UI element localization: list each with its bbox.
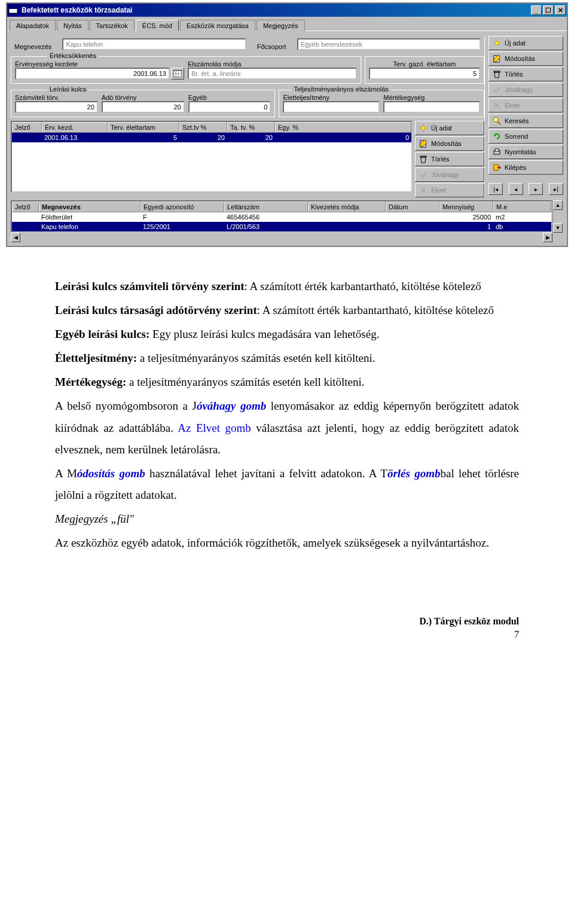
app-window: Befektetett eszközök törzsadatai _ ☐ ✕ A… (6, 2, 568, 247)
elszamolas-label: Elszámolás módja (188, 60, 357, 68)
focsoport-field: Egyéb berendezések (297, 38, 481, 50)
terv-field[interactable]: 5 (369, 68, 480, 80)
p1-bold: Leírási kulcs számviteli törvény szerint (55, 280, 245, 292)
nav-first-button[interactable]: |◂ (488, 183, 503, 195)
svg-rect-19 (495, 149, 499, 151)
mertek-field[interactable] (383, 101, 480, 113)
window-title: Befektetett eszközök törzsadatai (22, 6, 132, 14)
scroll-up-icon[interactable]: ▲ (553, 200, 563, 210)
minimize-button[interactable]: _ (531, 5, 542, 15)
edit-icon (493, 54, 501, 63)
footer-text: D.) Tárgyi eszköz modul (419, 616, 519, 627)
grid2-col-leltar: Leltárszám (224, 202, 308, 212)
search-icon (493, 117, 501, 125)
inner-grid-col-egy: Egy. % (275, 122, 411, 133)
kereses-button[interactable]: Keresés (488, 114, 563, 128)
tab-tartozekok[interactable]: Tartozékok (90, 20, 135, 31)
tab-bar: Alapadatok Nyitás Tartozékok ÉCS. mód Es… (7, 17, 567, 31)
ado-field[interactable]: 20 (102, 101, 185, 113)
nyomtatas-button[interactable]: Nyomtatás (488, 145, 563, 159)
scroll-down-icon[interactable]: ▼ (553, 223, 563, 233)
maximize-button[interactable]: ☐ (543, 5, 554, 15)
ado-label: Adó törvény (102, 94, 185, 101)
ertekcsokkenes-group-title: Értékcsökkenés (47, 52, 99, 59)
inner-torles-button[interactable]: Törlés (415, 152, 484, 166)
grid2-col-kivezetes: Kivezetés módja (308, 202, 386, 212)
inner-grid-col-ta: Ta. tv. % (227, 122, 275, 133)
p5-bold: Mértékegység: (55, 376, 126, 388)
egyeb-field[interactable]: 0 (188, 101, 271, 113)
svg-rect-12 (420, 156, 426, 157)
p4-bold: Életteljesítmény: (55, 352, 137, 364)
tab-panel: Megnevezés Kapu telefon Főcsoport Egyéb … (7, 31, 567, 246)
cancel-icon (493, 101, 501, 109)
nav-prev-button[interactable]: ◂ (509, 183, 523, 195)
record-nav: |◂ ◂ ▸ ▸| (488, 182, 563, 196)
ervenyesseg-field[interactable]: 2001.06.13 (15, 68, 170, 80)
grid2-col-mennyiseg: Mennyiség (439, 202, 493, 212)
tab-nyitas[interactable]: Nyitás (57, 20, 88, 31)
tab-megjegyzes[interactable]: Megjegyzés (257, 20, 305, 31)
focsoport-label: Főcsoport (257, 43, 286, 50)
app-icon (8, 5, 18, 15)
inner-grid-col-terv: Terv. élettartam (108, 122, 179, 133)
vertical-scrollbar[interactable]: ▲ ▼ (552, 200, 563, 233)
cancel-icon (419, 186, 428, 194)
mertek-label: Mértékegység (383, 94, 480, 101)
inner-jovahagy-button[interactable]: Jóváhagy (415, 167, 484, 182)
inner-grid-col-erv: Érv. kezd. (42, 122, 108, 133)
ervenyesseg-label: Érvényesség kezdete (15, 60, 184, 68)
close-button[interactable]: ✕ (555, 5, 566, 15)
svg-rect-1 (9, 7, 17, 9)
edit-icon (419, 139, 428, 148)
tab-ecs-mod[interactable]: ÉCS. mód (136, 20, 179, 31)
page-number: 7 (0, 627, 574, 652)
inner-modositas-button[interactable]: Módosítás (415, 136, 484, 151)
footer: D.) Tárgyi eszköz modul (0, 580, 574, 627)
svg-point-13 (495, 41, 499, 45)
megnevezes-label: Megnevezés (14, 43, 51, 50)
document-body: Leírási kulcs számviteli törvény szerint… (0, 247, 574, 580)
szamv-label: Számviteli törv. (15, 94, 98, 101)
svg-rect-20 (494, 164, 498, 170)
trash-icon (493, 70, 501, 78)
torles-button[interactable]: Törlés (488, 67, 563, 81)
grid2-col-datum: Dátum (386, 202, 439, 212)
table-row[interactable]: Földterület F 465465456 25000 m2 (12, 212, 551, 222)
horizontal-scrollbar[interactable]: ◀ ▶ (11, 233, 563, 243)
tab-eszkozok-mozgatasa[interactable]: Eszközök mozgatása (180, 20, 255, 31)
uj-adat-button[interactable]: Új adat (488, 36, 563, 50)
sorrend-button[interactable]: Sorrend (488, 129, 563, 144)
kilepes-button[interactable]: Kilépés (488, 160, 563, 175)
nav-last-button[interactable]: ▸| (549, 183, 563, 195)
inner-grid-row[interactable]: 2001.06.13. 5 20 20 0 (12, 133, 411, 142)
elszamolas-field[interactable]: Br. ért. a. lineáris (188, 68, 357, 80)
scroll-left-icon[interactable]: ◀ (11, 233, 20, 242)
szamv-field[interactable]: 20 (15, 101, 98, 113)
elvet-button[interactable]: Elvet (488, 98, 563, 112)
jovahagy-button[interactable]: Jóváhagy (488, 83, 563, 97)
exit-icon (493, 163, 501, 172)
inner-grid[interactable]: Jelző Érv. kezd. Terv. élettartam Szt.tv… (11, 121, 413, 193)
table-row[interactable]: Kapu telefon 125/2001 L/2001/563 1 db (12, 222, 551, 231)
trash-icon (419, 155, 428, 163)
sun-icon (419, 124, 428, 132)
check-icon (493, 86, 501, 94)
nav-next-button[interactable]: ▸ (529, 183, 543, 195)
inner-uj-adat-button[interactable]: Új adat (415, 121, 484, 135)
bottom-grid[interactable]: Jelző Megnevezés Egyedi azonosító Leltár… (11, 200, 552, 233)
grid2-col-me: M.e (493, 202, 551, 212)
calendar-icon[interactable] (171, 68, 184, 80)
terv-label: Terv. gazd. élettartam (369, 60, 480, 68)
grid2-col-megnevezes: Megnevezés (39, 202, 141, 212)
inner-grid-col-jelzo: Jelző (12, 122, 42, 133)
tab-alapadatok[interactable]: Alapadatok (10, 20, 56, 31)
inner-grid-col-szt: Szt.tv % (179, 122, 227, 133)
svg-point-16 (493, 117, 498, 122)
elettelj-field[interactable] (283, 101, 380, 113)
sun-icon (493, 39, 501, 47)
modositas-button[interactable]: Módosítás (488, 51, 563, 66)
scroll-right-icon[interactable]: ▶ (543, 233, 552, 242)
elettelj-label: Életteljesítmény (283, 94, 380, 101)
inner-elvet-button[interactable]: Elvet (415, 183, 484, 197)
